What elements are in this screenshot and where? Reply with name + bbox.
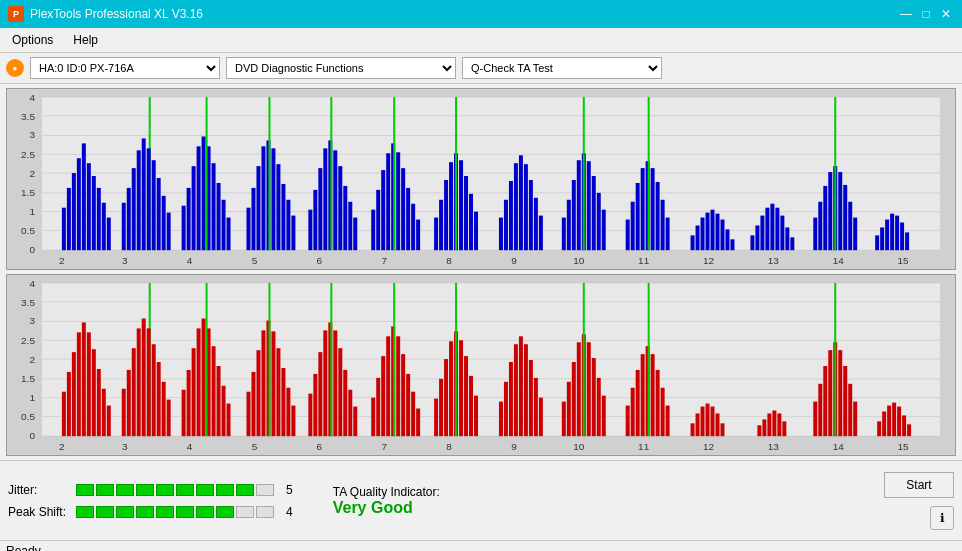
svg-text:2: 2 <box>29 354 35 365</box>
svg-rect-48 <box>217 183 221 250</box>
svg-text:11: 11 <box>638 255 650 266</box>
svg-rect-247 <box>371 398 375 437</box>
info-button[interactable]: ℹ <box>930 506 954 530</box>
close-button[interactable]: ✕ <box>938 6 954 22</box>
svg-rect-155 <box>890 214 894 251</box>
svg-rect-158 <box>905 232 909 250</box>
svg-rect-232 <box>281 368 285 436</box>
svg-rect-206 <box>132 348 136 436</box>
svg-rect-133 <box>750 235 754 250</box>
start-button[interactable]: Start <box>884 472 954 498</box>
svg-text:4: 4 <box>187 255 193 266</box>
svg-rect-92 <box>469 194 473 250</box>
svg-rect-154 <box>885 220 889 251</box>
svg-rect-228 <box>261 330 265 436</box>
svg-rect-258 <box>434 399 438 437</box>
svg-text:1.5: 1.5 <box>21 187 35 198</box>
svg-rect-102 <box>534 198 538 250</box>
svg-rect-95 <box>499 218 503 251</box>
svg-rect-199 <box>92 349 96 436</box>
svg-rect-276 <box>539 398 543 437</box>
svg-text:2.5: 2.5 <box>21 335 35 346</box>
svg-rect-125 <box>696 225 700 250</box>
svg-rect-264 <box>464 356 468 436</box>
svg-rect-83 <box>416 220 420 251</box>
svg-rect-252 <box>396 336 400 436</box>
peak-shift-meter <box>76 506 274 518</box>
menu-help[interactable]: Help <box>69 31 102 49</box>
svg-rect-110 <box>592 176 596 250</box>
svg-rect-195 <box>72 352 76 436</box>
svg-rect-37 <box>152 160 156 250</box>
svg-rect-292 <box>651 354 655 436</box>
maximize-button[interactable]: □ <box>918 6 934 22</box>
svg-rect-241 <box>333 330 337 436</box>
svg-rect-272 <box>519 336 523 436</box>
svg-rect-217 <box>197 328 201 436</box>
menu-options[interactable]: Options <box>8 31 57 49</box>
svg-rect-174 <box>42 283 940 436</box>
svg-rect-288 <box>631 388 635 436</box>
svg-rect-254 <box>406 374 410 436</box>
svg-rect-23 <box>77 158 81 250</box>
svg-rect-318 <box>853 402 857 437</box>
svg-rect-136 <box>765 208 769 251</box>
svg-rect-313 <box>828 350 832 436</box>
svg-rect-54 <box>256 166 260 250</box>
test-select[interactable]: Q-Check TA Test <box>462 57 662 79</box>
svg-rect-196 <box>77 332 81 436</box>
svg-rect-85 <box>434 218 438 251</box>
svg-rect-304 <box>757 425 761 436</box>
svg-rect-222 <box>222 386 226 436</box>
svg-rect-289 <box>636 370 640 436</box>
svg-rect-249 <box>381 356 385 436</box>
svg-rect-143 <box>818 202 822 250</box>
svg-text:5: 5 <box>252 255 258 266</box>
svg-rect-112 <box>602 210 606 251</box>
svg-rect-218 <box>202 319 206 437</box>
svg-rect-156 <box>895 216 899 251</box>
svg-rect-256 <box>416 409 420 437</box>
svg-rect-52 <box>246 208 250 251</box>
svg-rect-57 <box>271 148 275 250</box>
svg-rect-138 <box>775 208 779 251</box>
svg-rect-237 <box>313 374 317 436</box>
svg-rect-142 <box>813 218 817 251</box>
drive-select[interactable]: HA:0 ID:0 PX-716A <box>30 57 220 79</box>
svg-rect-69 <box>338 166 342 250</box>
svg-rect-209 <box>147 328 151 436</box>
svg-rect-210 <box>152 344 156 436</box>
svg-rect-225 <box>246 392 250 437</box>
svg-rect-263 <box>459 340 463 436</box>
svg-rect-26 <box>92 176 96 250</box>
start-button-area: Start ℹ <box>884 472 954 530</box>
svg-text:11: 11 <box>638 441 650 452</box>
minimize-button[interactable]: — <box>898 6 914 22</box>
svg-rect-55 <box>261 146 265 250</box>
function-select[interactable]: DVD Diagnostic Functions <box>226 57 456 79</box>
svg-rect-61 <box>291 216 295 251</box>
svg-rect-31 <box>122 203 126 250</box>
svg-rect-53 <box>251 188 255 250</box>
svg-rect-105 <box>567 200 571 250</box>
svg-rect-49 <box>222 200 226 250</box>
svg-rect-75 <box>376 190 380 250</box>
svg-rect-127 <box>706 213 710 251</box>
svg-rect-128 <box>711 210 715 251</box>
svg-text:15: 15 <box>898 255 910 266</box>
svg-rect-324 <box>897 407 901 437</box>
status-bar: Ready <box>0 540 962 551</box>
svg-rect-59 <box>281 184 285 250</box>
svg-rect-28 <box>102 203 106 250</box>
svg-rect-211 <box>157 362 161 436</box>
svg-rect-243 <box>343 370 347 436</box>
svg-rect-287 <box>626 406 630 437</box>
svg-rect-294 <box>661 388 665 436</box>
svg-rect-278 <box>567 382 571 436</box>
svg-rect-274 <box>529 360 533 436</box>
title-bar-left: P PlexTools Professional XL V3.16 <box>8 6 203 22</box>
menu-bar: Options Help <box>0 28 962 53</box>
svg-text:2: 2 <box>29 168 35 179</box>
svg-rect-269 <box>504 382 508 436</box>
svg-rect-273 <box>524 344 528 436</box>
